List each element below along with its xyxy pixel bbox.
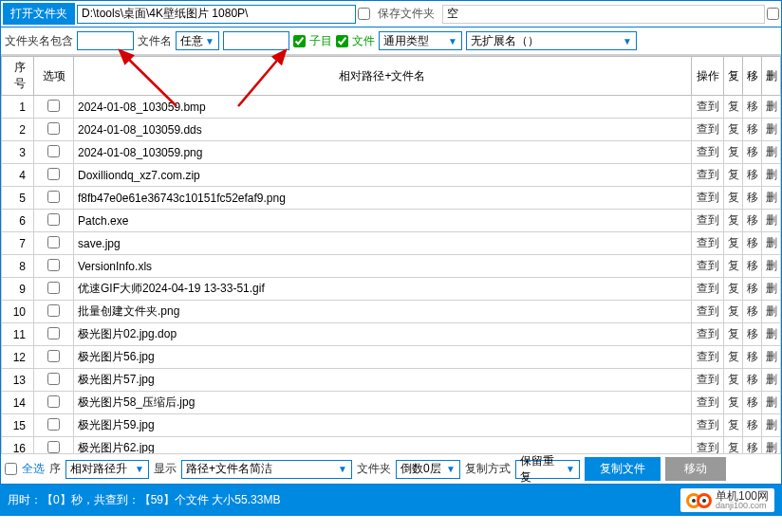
row-checkbox[interactable] [47, 395, 60, 408]
del-link[interactable]: 删 [766, 236, 777, 249]
del-link[interactable]: 删 [766, 213, 777, 227]
view-link[interactable]: 查到 [697, 259, 719, 272]
copy-link[interactable]: 复 [728, 191, 739, 204]
table-row[interactable]: 5 f8fb47e0e61e36743c10151fc52efaf9.png 查… [2, 187, 781, 210]
table-row[interactable]: 6 Patch.exe 查到 复 移 删 [2, 210, 781, 232]
copy-link[interactable]: 复 [728, 259, 739, 272]
table-row[interactable]: 3 2024-01-08_103059.png 查到 复 移 删 [2, 141, 781, 164]
table-row[interactable]: 15 极光图片59.jpg 查到 复 移 删 [2, 414, 781, 437]
folder-contains-input[interactable] [77, 31, 134, 50]
file-checkbox[interactable] [336, 35, 348, 47]
move-link[interactable]: 移 [747, 327, 758, 340]
view-link[interactable]: 查到 [697, 395, 719, 409]
del-link[interactable]: 删 [766, 350, 777, 363]
del-link[interactable]: 删 [766, 100, 777, 113]
table-row[interactable]: 2 2024-01-08_103059.dds 查到 复 移 删 [2, 119, 781, 141]
site-logo[interactable]: 单机100网danji100.com [680, 488, 774, 512]
row-checkbox[interactable] [47, 259, 60, 271]
view-link[interactable]: 查到 [697, 441, 719, 453]
table-row[interactable]: 8 VersionInfo.xls 查到 复 移 删 [2, 255, 781, 278]
table-row[interactable]: 10 批量创建文件夹.png 查到 复 移 删 [2, 301, 781, 323]
save-lock-checkbox[interactable] [767, 8, 779, 20]
row-checkbox[interactable] [47, 327, 60, 339]
layers-dropdown[interactable]: 倒数0层▼ [396, 460, 460, 479]
view-link[interactable]: 查到 [697, 282, 719, 295]
row-checkbox[interactable] [47, 191, 60, 203]
move-link[interactable]: 移 [747, 395, 758, 409]
move-files-button[interactable]: 移动 [665, 457, 726, 481]
move-link[interactable]: 移 [747, 418, 758, 431]
view-link[interactable]: 查到 [697, 327, 719, 340]
del-link[interactable]: 删 [766, 395, 777, 409]
row-checkbox[interactable] [47, 350, 60, 362]
del-link[interactable]: 删 [766, 441, 777, 453]
table-row[interactable]: 13 极光图片57.jpg 查到 复 移 删 [2, 369, 781, 392]
row-checkbox[interactable] [47, 373, 60, 385]
del-link[interactable]: 删 [766, 191, 777, 204]
copy-link[interactable]: 复 [728, 145, 739, 158]
type-dropdown[interactable]: 通用类型▼ [379, 31, 462, 50]
row-checkbox[interactable] [47, 418, 60, 431]
move-link[interactable]: 移 [747, 259, 758, 272]
copy-files-button[interactable]: 复制文件 [585, 457, 661, 481]
table-row[interactable]: 14 极光图片58_压缩后.jpg 查到 复 移 删 [2, 392, 781, 414]
header-num[interactable]: 序号 [2, 57, 34, 96]
del-link[interactable]: 删 [766, 145, 777, 158]
move-link[interactable]: 移 [747, 168, 758, 181]
move-link[interactable]: 移 [747, 282, 758, 295]
move-link[interactable]: 移 [747, 373, 758, 386]
source-path-input[interactable] [77, 5, 356, 24]
source-lock-checkbox[interactable] [358, 8, 370, 20]
table-row[interactable]: 11 极光图片02.jpg.dop 查到 复 移 删 [2, 323, 781, 346]
copy-link[interactable]: 复 [728, 373, 739, 386]
view-link[interactable]: 查到 [697, 350, 719, 363]
view-link[interactable]: 查到 [697, 213, 719, 227]
view-link[interactable]: 查到 [697, 304, 719, 318]
sort-dropdown[interactable]: 相对路径升▼ [65, 460, 149, 479]
view-link[interactable]: 查到 [697, 236, 719, 249]
row-checkbox[interactable] [47, 100, 60, 112]
del-link[interactable]: 删 [766, 259, 777, 272]
header-del[interactable]: 删 [762, 57, 781, 96]
table-row[interactable]: 9 优速GIF大师2024-04-19 13-33-51.gif 查到 复 移 … [2, 278, 781, 301]
keep-dropdown[interactable]: 保留重复▼ [515, 460, 580, 479]
open-folder-button[interactable]: 打开文件夹 [3, 3, 75, 25]
move-link[interactable]: 移 [747, 213, 758, 227]
table-row[interactable]: 7 save.jpg 查到 复 移 删 [2, 232, 781, 255]
view-link[interactable]: 查到 [697, 122, 719, 136]
view-link[interactable]: 查到 [697, 145, 719, 158]
del-link[interactable]: 删 [766, 373, 777, 386]
del-link[interactable]: 删 [766, 168, 777, 181]
move-link[interactable]: 移 [747, 350, 758, 363]
row-checkbox[interactable] [47, 236, 60, 248]
del-link[interactable]: 删 [766, 327, 777, 340]
table-row[interactable]: 1 2024-01-08_103059.bmp 查到 复 移 删 [2, 96, 781, 119]
table-row[interactable]: 12 极光图片56.jpg 查到 复 移 删 [2, 346, 781, 369]
move-link[interactable]: 移 [747, 100, 758, 113]
move-link[interactable]: 移 [747, 236, 758, 249]
row-checkbox[interactable] [47, 304, 60, 317]
select-all-label[interactable]: 全选 [22, 461, 45, 477]
copy-link[interactable]: 复 [728, 304, 739, 318]
row-checkbox[interactable] [47, 122, 60, 135]
save-path-input[interactable] [442, 5, 765, 24]
row-checkbox[interactable] [47, 441, 60, 453]
row-checkbox[interactable] [47, 213, 60, 226]
header-move[interactable]: 移 [743, 57, 762, 96]
copy-link[interactable]: 复 [728, 100, 739, 113]
header-sel[interactable]: 选项 [34, 57, 74, 96]
copy-link[interactable]: 复 [728, 418, 739, 431]
copy-link[interactable]: 复 [728, 122, 739, 136]
table-row[interactable]: 16 极光图片62.jpg 查到 复 移 删 [2, 437, 781, 454]
move-link[interactable]: 移 [747, 122, 758, 136]
display-mode-dropdown[interactable]: 路径+文件名简洁▼ [181, 460, 352, 479]
header-copy[interactable]: 复 [724, 57, 743, 96]
file-table-wrap[interactable]: 序号 选项 相对路径+文件名 操作 复 移 删 1 2024-01-08_103… [1, 55, 781, 453]
move-link[interactable]: 移 [747, 304, 758, 318]
copy-link[interactable]: 复 [728, 350, 739, 363]
subdir-checkbox[interactable] [293, 35, 306, 47]
copy-link[interactable]: 复 [728, 395, 739, 409]
view-link[interactable]: 查到 [697, 373, 719, 386]
view-link[interactable]: 查到 [697, 418, 719, 431]
row-checkbox[interactable] [47, 168, 60, 180]
